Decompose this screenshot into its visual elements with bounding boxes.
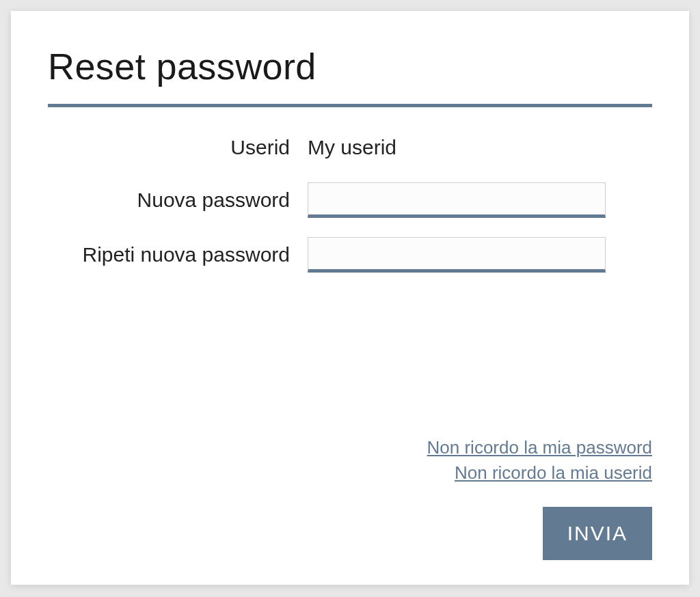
userid-value: My userid bbox=[308, 132, 396, 163]
page-title: Reset password bbox=[48, 45, 652, 87]
new-password-row: Nuova password bbox=[48, 182, 652, 218]
new-password-label: Nuova password bbox=[48, 189, 308, 212]
submit-button[interactable]: INVIA bbox=[543, 507, 652, 560]
new-password-input[interactable] bbox=[308, 182, 606, 218]
repeat-password-row: Ripeti nuova password bbox=[48, 237, 652, 273]
reset-password-card: Reset password Userid My userid Nuova pa… bbox=[11, 11, 689, 585]
reset-password-form: Userid My userid Nuova password Ripeti n… bbox=[48, 132, 652, 273]
button-row: INVIA bbox=[48, 507, 652, 560]
userid-row: Userid My userid bbox=[48, 132, 652, 163]
forgot-password-link[interactable]: Non ricordo la mia password bbox=[427, 437, 652, 458]
spacer bbox=[48, 273, 652, 437]
forgot-userid-link[interactable]: Non ricordo la mia userid bbox=[455, 462, 652, 484]
divider bbox=[48, 104, 652, 107]
help-links: Non ricordo la mia password Non ricordo … bbox=[48, 437, 652, 484]
repeat-password-input[interactable] bbox=[308, 237, 606, 273]
userid-label: Userid bbox=[48, 136, 308, 159]
repeat-password-label: Ripeti nuova password bbox=[48, 243, 308, 266]
